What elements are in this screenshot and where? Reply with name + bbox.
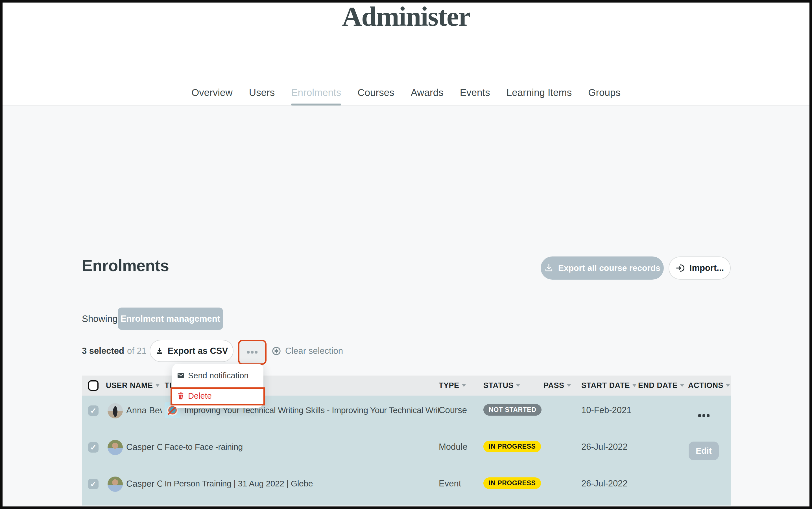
pass-cell <box>544 396 581 432</box>
row-checkbox[interactable]: ✓ <box>88 405 99 416</box>
user-cell: Casper C <box>106 432 162 469</box>
row-checkbox[interactable]: ✓ <box>88 479 99 489</box>
avatar <box>107 477 123 492</box>
filter-chip-enrolment-management[interactable]: Enrolment management <box>118 308 223 330</box>
title-cell: Face-to Face -raining <box>162 432 439 469</box>
column-label: END DATE <box>638 381 678 390</box>
import-button[interactable]: Import... <box>669 257 731 280</box>
column-label: TYPE <box>439 381 459 390</box>
type-cell: Event <box>439 469 483 505</box>
start-date-cell <box>581 506 638 509</box>
status-badge: IN PROGRESS <box>483 441 541 452</box>
menu-item-send-notification[interactable]: Send notification <box>172 365 263 386</box>
table-body: ✓Anna BevImproving Your Technical Writin… <box>82 396 731 509</box>
nav-tab-overview[interactable]: Overview <box>191 87 233 105</box>
sort-caret-icon <box>462 384 466 387</box>
start-date-cell: 26-Jul-2022 <box>581 469 638 505</box>
status-badge: IN PROGRESS <box>483 477 541 489</box>
clear-selection-label: Clear selection <box>285 346 343 356</box>
selection-count: 3 selected of 21 <box>82 340 147 362</box>
column-label: ACTIONS <box>688 381 723 390</box>
table-row: ✓Casper CFace-to Face -rainingModuleIN P… <box>82 432 731 469</box>
menu-item-label: Send notification <box>188 371 249 380</box>
user-name: Casper C <box>126 442 162 469</box>
actions-cell: Edit <box>688 432 731 469</box>
column-header-user-name[interactable]: USER NAME <box>106 381 162 390</box>
sort-caret-icon <box>516 384 520 387</box>
nav-tab-awards[interactable]: Awards <box>411 87 444 105</box>
row-select-cell: ✓ <box>82 396 106 432</box>
nav-tab-learning-items[interactable]: Learning Items <box>507 87 572 105</box>
nav-tab-enrolments[interactable]: Enrolments <box>291 87 341 105</box>
column-header-start-date[interactable]: START DATE <box>581 381 638 390</box>
avatar <box>107 403 123 418</box>
enrolment-title: Improving Your Technical Writing Skills … <box>184 405 439 432</box>
table-row: Adol LestDealing with Workplace Conflict… <box>82 506 731 509</box>
end-date-cell <box>638 432 688 469</box>
enrolment-title: In Person Training | 31 Aug 2022 | Glebe <box>165 479 313 505</box>
context-menu: Send notificationDelete <box>172 364 263 408</box>
status-cell: IN PROGRESS <box>483 469 544 505</box>
selected-of-total-label: of 21 <box>127 346 147 356</box>
trash-icon <box>177 392 185 400</box>
pass-cell <box>544 469 581 505</box>
export-all-label: Export all course records <box>558 263 660 273</box>
nav-tab-events[interactable]: Events <box>460 87 490 105</box>
more-actions-button[interactable] <box>238 340 266 365</box>
pass-cell <box>544 432 581 469</box>
actions-cell <box>688 396 731 432</box>
avatar <box>107 440 123 455</box>
select-all-checkbox[interactable] <box>88 380 99 391</box>
status-cell: NOT STARTED <box>483 396 544 432</box>
nav-tabs: OverviewUsersEnrolmentsCoursesAwardsEven… <box>0 87 812 105</box>
clear-selection-button[interactable]: Clear selection <box>271 340 343 362</box>
envelope-icon <box>177 372 185 379</box>
clear-circle-icon <box>271 346 282 356</box>
select-all-cell <box>82 380 106 391</box>
user-cell: Casper C <box>106 469 162 505</box>
page: Administer OverviewUsersEnrolmentsCourse… <box>0 0 812 509</box>
dot <box>698 414 701 417</box>
user-cell: Anna Bev <box>106 396 162 432</box>
nav-tab-users[interactable]: Users <box>249 87 275 105</box>
nav-tab-groups[interactable]: Groups <box>588 87 621 105</box>
enrolment-title: Face-to Face -raining <box>165 442 243 469</box>
column-label: START DATE <box>581 381 630 390</box>
row-select-cell <box>82 506 106 509</box>
download-tray-icon <box>544 263 554 273</box>
end-date-cell <box>638 396 688 432</box>
row-select-cell: ✓ <box>82 432 106 469</box>
menu-item-delete[interactable]: Delete <box>172 386 263 406</box>
status-cell: ASSIGNED <box>483 506 544 509</box>
row-actions-menu-dots[interactable] <box>698 414 731 417</box>
page-title: Enrolments <box>82 256 169 275</box>
actions-cell <box>688 506 731 509</box>
column-label: PASS <box>544 381 564 390</box>
title-cell: In Person Training | 31 Aug 2022 | Glebe <box>162 469 439 505</box>
selected-count-label: 3 selected <box>82 346 124 356</box>
row-checkbox[interactable]: ✓ <box>88 442 99 452</box>
top-bar: Administer OverviewUsersEnrolmentsCourse… <box>0 0 812 105</box>
type-cell: Module <box>439 432 483 469</box>
column-label: STATUS <box>483 381 514 390</box>
sort-caret-icon <box>156 384 160 387</box>
user-name: Casper C <box>126 479 162 505</box>
end-date-cell <box>638 506 688 509</box>
edit-button[interactable]: Edit <box>689 442 719 460</box>
sort-caret-icon <box>567 384 571 387</box>
type-cell: Course <box>439 396 483 432</box>
column-header-actions[interactable]: ACTIONS <box>688 381 731 390</box>
export-csv-label: Export as CSV <box>168 346 228 356</box>
nav-tab-courses[interactable]: Courses <box>357 87 394 105</box>
export-all-course-records-button[interactable]: Export all course records <box>541 257 664 280</box>
actions-cell <box>688 469 731 505</box>
column-label: USER NAME <box>106 381 153 390</box>
export-as-csv-button[interactable]: Export as CSV <box>150 340 233 362</box>
column-header-pass[interactable]: PASS <box>544 381 581 390</box>
menu-item-label: Delete <box>188 391 212 401</box>
column-header-type[interactable]: TYPE <box>439 381 483 390</box>
showing-label: Showing: <box>82 308 120 330</box>
end-date-cell <box>638 469 688 505</box>
column-header-end-date[interactable]: END DATE <box>638 381 688 390</box>
column-header-status[interactable]: STATUS <box>483 381 544 390</box>
